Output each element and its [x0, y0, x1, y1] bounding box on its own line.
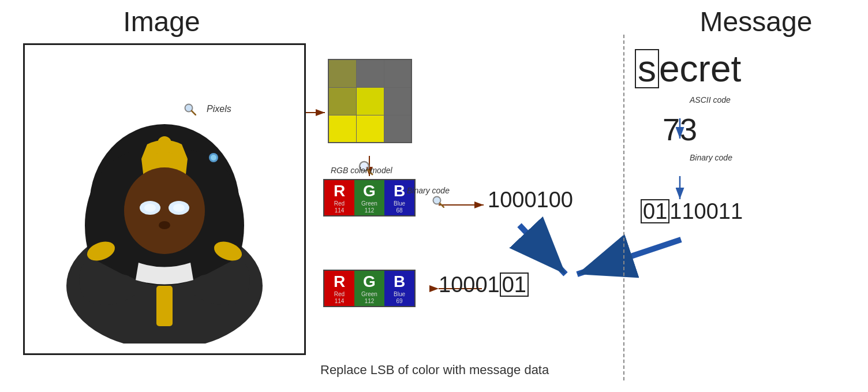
secret-rest: ecret [659, 48, 741, 89]
header-image-title: Image [0, 6, 323, 38]
ascii-code-label: ASCII code [690, 95, 731, 104]
rgb-top-r-label: Red [334, 200, 345, 207]
svg-line-8 [577, 240, 681, 274]
svg-point-25 [211, 155, 216, 160]
rgb-bottom-boxes: R Red 114 G Green 112 B Blue 69 [323, 270, 416, 307]
secret-s-boxed: s [635, 49, 659, 88]
rgb-top-g-val: 112 [365, 207, 375, 214]
binary-boxed-part: 01 [641, 199, 669, 223]
character-figure [43, 55, 286, 344]
rgb-bot-g-letter: G [363, 273, 376, 291]
result-binary-prefix: 10001 [439, 272, 500, 297]
rgb-bot-r-label: Red [334, 291, 345, 298]
rgb-bot-b-label: Blue [394, 291, 405, 298]
header-message-title: Message [646, 6, 866, 38]
character-image-box [23, 43, 306, 355]
svg-line-32 [440, 203, 444, 207]
svg-line-7 [519, 225, 566, 274]
svg-line-30 [192, 111, 196, 115]
replace-lsb-text: Replace LSB of color with message data [320, 363, 549, 378]
result-binary-value: 1000101 [439, 272, 529, 297]
rgb-bot-g-label: Green [361, 291, 377, 298]
binary-code-display: 01110011 [641, 199, 743, 224]
binary-value-top: 1000100 [488, 188, 573, 212]
rgb-bot-b-val: 69 [396, 298, 402, 305]
section-divider [623, 35, 624, 380]
rgb-top-b-letter: B [394, 182, 405, 200]
rgb-model-label: RGB color model [331, 166, 392, 175]
rgb-top-b-val: 68 [396, 207, 402, 214]
magnifier-icon-rgb [432, 195, 444, 210]
svg-point-14 [124, 167, 205, 254]
rgb-top-r-letter: R [334, 182, 345, 200]
binary-rest-part: 110011 [669, 199, 743, 223]
rgb-top-r-val: 114 [335, 207, 345, 214]
rgb-top-boxes: R Red 114 G Green 112 B Blue 68 [323, 179, 416, 216]
rgb-bot-r-letter: R [334, 273, 345, 291]
result-binary-boxed: 01 [500, 272, 529, 297]
svg-point-18 [173, 204, 185, 212]
secret-word-display: secret [635, 47, 741, 90]
svg-point-23 [158, 136, 171, 150]
binary-code-label-top: Binary code [407, 186, 450, 195]
rgb-top-g-label: Green [361, 200, 377, 207]
svg-point-19 [159, 221, 170, 229]
rgb-top-b-label: Blue [394, 200, 405, 207]
rgb-bot-g-val: 112 [365, 298, 375, 305]
rgb-bot-r-val: 114 [335, 298, 345, 305]
svg-point-17 [144, 204, 156, 212]
pixels-label: Pixels [207, 104, 231, 114]
binary-code-label-right: Binary code [690, 153, 732, 162]
rgb-bot-b-letter: B [394, 273, 405, 291]
pixel-grid [328, 59, 412, 143]
ascii-number: 73 [663, 111, 697, 147]
rgb-top-g-letter: G [363, 182, 376, 200]
magnifier-icon-head [184, 103, 196, 118]
svg-rect-20 [156, 286, 173, 326]
